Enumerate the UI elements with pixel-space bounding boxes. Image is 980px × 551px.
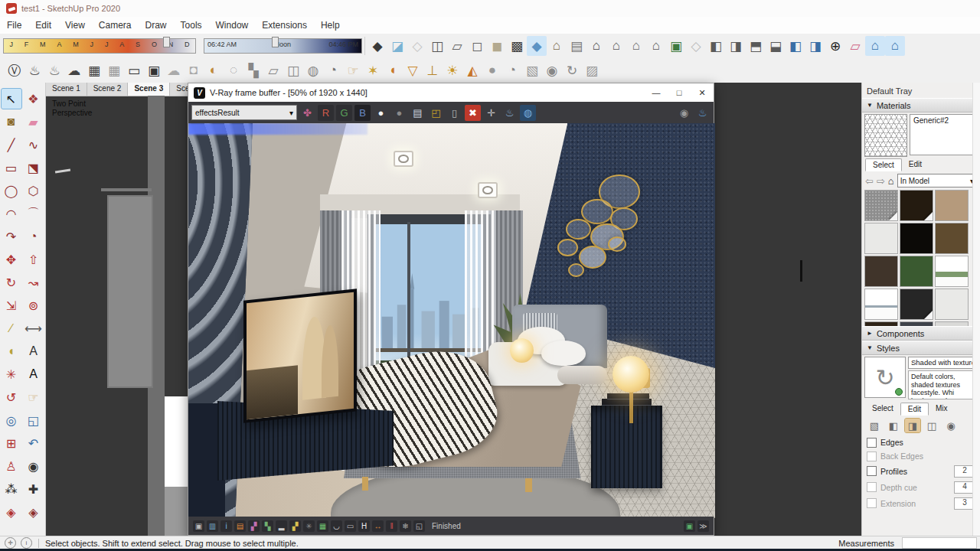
forward-arrow-button[interactable]: ⇨ — [877, 175, 885, 187]
checkbox[interactable] — [867, 452, 877, 461]
material-swatch[interactable] — [864, 289, 898, 320]
three-point-arc-tool[interactable]: ↷ — [2, 227, 21, 246]
vray-render-cloud[interactable]: ☁ — [64, 60, 84, 80]
material-swatch[interactable] — [935, 321, 969, 326]
rectangle-tool[interactable]: ▭ — [2, 158, 21, 178]
section-tool-blue-1[interactable]: ◧ — [786, 36, 805, 56]
styles-tab[interactable]: Edit — [900, 403, 929, 416]
wireframe-style[interactable]: ▱ — [447, 36, 467, 56]
material-swatch[interactable] — [935, 289, 969, 320]
levels-icon[interactable]: ▂ — [276, 520, 287, 532]
material-swatch[interactable] — [900, 321, 933, 326]
section-rotate-tool[interactable]: ◈ — [24, 502, 44, 522]
3d-text-tool[interactable]: A — [24, 364, 44, 384]
vray-checker[interactable]: ▚ — [243, 60, 263, 80]
section-plane-tool[interactable]: ◈ — [2, 502, 21, 522]
vray-checker-sphere[interactable]: ◔ — [323, 60, 343, 80]
pie-tool[interactable]: ◔ — [24, 227, 44, 246]
material-swatch[interactable] — [900, 223, 933, 254]
section-tool-blue-2[interactable]: ◨ — [805, 36, 825, 56]
material-swatch[interactable] — [935, 256, 969, 287]
axes-tool[interactable]: ✳ — [2, 364, 21, 384]
two-point-arc-tool[interactable]: ⌒ — [24, 204, 44, 223]
vray-light-spot[interactable]: ▽ — [403, 60, 423, 80]
make-component-tool[interactable]: ❖ — [24, 89, 44, 109]
scene-tab[interactable]: Scene 3 — [128, 83, 170, 96]
geo-location[interactable]: ▣ — [666, 36, 686, 56]
menu-item[interactable]: Extensions — [255, 17, 314, 34]
material-preview-thumbnail[interactable] — [864, 114, 907, 157]
wireframe-ghost-style[interactable]: ◇ — [407, 36, 427, 56]
shadow-date-slider[interactable]: JFMAMJJASOND — [3, 38, 196, 54]
rotated-rectangle-tool[interactable]: ⬔ — [24, 158, 44, 178]
channel-select-dropdown[interactable]: effectsResult▾ — [191, 105, 297, 120]
section-tool-3[interactable]: ⬒ — [746, 36, 766, 56]
collapse-chevrons-icon[interactable]: ≫ — [697, 520, 709, 532]
histogram-icon[interactable]: ▥ — [207, 520, 218, 532]
pan-compare-icon[interactable]: ↔ — [372, 520, 384, 532]
lens-effects-small-icon[interactable]: ✳ — [303, 520, 315, 532]
walk-tool[interactable]: ⁂ — [2, 479, 21, 499]
geolocation-icon[interactable]: ✛ — [5, 537, 16, 549]
material-swatch[interactable] — [900, 289, 933, 320]
tape-measure-tool[interactable]: ∕ — [2, 318, 21, 338]
edge-settings-icon[interactable]: ▧ — [867, 419, 882, 432]
denoiser-icon[interactable]: ❄ — [400, 520, 411, 532]
push-pull-tool[interactable]: ⇧ — [24, 249, 44, 269]
vray-light-box[interactable]: ▧ — [522, 60, 542, 80]
zoom-extents-tool[interactable]: ⊞ — [2, 433, 21, 453]
material-swatch[interactable] — [900, 190, 933, 221]
iso-view[interactable]: ⌂ — [547, 36, 567, 56]
front-view[interactable]: ⌂ — [586, 36, 606, 56]
section-display-toggle[interactable]: ⌂ — [885, 36, 905, 56]
xray-style[interactable]: ◪ — [387, 36, 407, 56]
menu-item[interactable]: Tools — [174, 17, 209, 34]
back-view[interactable]: ⌂ — [626, 36, 646, 56]
text-tool[interactable]: A — [24, 341, 44, 361]
materials-tab[interactable]: Select — [865, 158, 902, 171]
material-swatch[interactable] — [864, 223, 898, 254]
material-swatch[interactable] — [864, 321, 898, 326]
vray-light-mesh[interactable]: ◭ — [462, 60, 482, 80]
region-render-icon[interactable]: ◱ — [413, 520, 425, 532]
vray-proxy-box[interactable]: ◫ — [283, 60, 303, 80]
rotate-tool[interactable]: ↻ — [2, 272, 21, 292]
white-balance-icon[interactable]: ▞ — [248, 520, 260, 532]
vray-viewport-render-region[interactable]: ▦ — [104, 60, 124, 80]
camera-target-tool[interactable]: ✚ — [24, 479, 44, 499]
right-view[interactable]: ⌂ — [606, 36, 626, 56]
scene-tab[interactable]: Scene 2 — [87, 83, 129, 96]
vray-frame-buffer[interactable]: ▭ — [124, 60, 144, 80]
vray-lens-gauge[interactable]: ◔ — [502, 60, 522, 80]
interactive-teapot-icon[interactable]: ♨ — [694, 105, 710, 121]
section-tool-4[interactable]: ⬓ — [766, 36, 786, 56]
move-tool[interactable]: ✥ — [2, 249, 21, 269]
menu-item[interactable]: Draw — [139, 17, 174, 34]
blue-channel-button[interactable]: B — [354, 105, 371, 121]
vray-camera-focus[interactable]: ◉ — [542, 60, 562, 80]
watermark-settings-icon[interactable]: ◫ — [924, 419, 939, 432]
red-channel-button[interactable]: R — [318, 105, 334, 121]
orbit-tool[interactable]: ↺ — [2, 387, 21, 407]
line-tool[interactable]: ╱ — [2, 135, 21, 155]
pixel-compare-icon[interactable]: ✛ — [483, 105, 499, 121]
checkbox[interactable] — [867, 466, 877, 476]
section-fill-toggle[interactable]: ⌂ — [865, 36, 885, 56]
background-settings-icon[interactable]: ◨ — [905, 419, 920, 432]
open-folder-button[interactable]: ◰ — [428, 105, 444, 121]
material-swatch[interactable] — [900, 256, 933, 287]
vfb-close-button[interactable]: ✕ — [691, 83, 714, 102]
zoom-tool[interactable]: ◎ — [2, 410, 21, 430]
style-name-box[interactable]: Shaded with textures1 — [908, 357, 977, 369]
pan-tool[interactable]: ☞ — [24, 387, 44, 407]
white-circle-icon[interactable]: ● — [373, 105, 389, 121]
zoom-window-tool[interactable]: ◱ — [24, 410, 44, 430]
look-around-tool[interactable]: ◉ — [24, 456, 44, 476]
vray-asset-editor[interactable]: Ⓥ — [5, 60, 24, 80]
face-settings-icon[interactable]: ◧ — [886, 419, 901, 432]
vray-batch-render[interactable]: ▣ — [144, 60, 164, 80]
hue-saturation-icon[interactable]: ▚ — [262, 520, 273, 532]
material-name-box[interactable]: Generic#2 — [910, 114, 977, 155]
shadows-ghost[interactable]: ◇ — [686, 36, 706, 56]
vray-lock-viewport[interactable]: ◘ — [184, 60, 204, 80]
